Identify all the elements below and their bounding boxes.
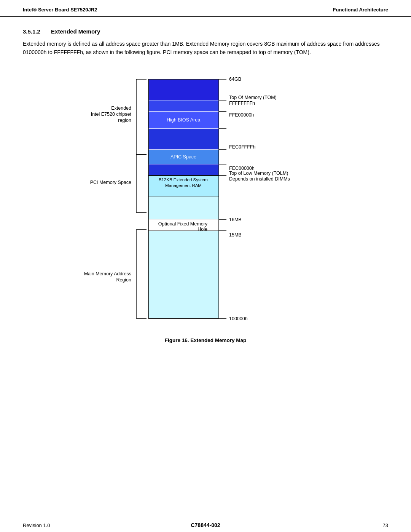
svg-rect-9 xyxy=(148,79,219,100)
svg-text:Hole: Hole xyxy=(198,227,207,232)
diagram-container: High BIOS Area APIC Space xyxy=(23,68,388,331)
svg-text:Region: Region xyxy=(116,277,131,283)
svg-text:15MB: 15MB xyxy=(229,232,242,238)
svg-rect-15 xyxy=(148,129,219,150)
figure-caption: Figure 16. Extended Memory Map xyxy=(23,337,388,343)
page-footer: Revision 1.0 C78844-002 73 xyxy=(0,518,411,532)
page-header: Intel® Server Board SE7520JR2 Functional… xyxy=(0,0,411,17)
section-number: 3.5.1.2 xyxy=(23,28,40,35)
page: Intel® Server Board SE7520JR2 Functional… xyxy=(0,0,411,532)
svg-text:Top Of Memory (TOM): Top Of Memory (TOM) xyxy=(229,95,277,100)
svg-rect-31 xyxy=(148,231,219,318)
svg-text:Depends on installed DIMMs: Depends on installed DIMMs xyxy=(229,176,290,182)
svg-text:64GB: 64GB xyxy=(229,77,241,82)
svg-text:FFE00000h: FFE00000h xyxy=(229,112,254,118)
footer-page-number: 73 xyxy=(358,522,388,528)
header-left: Intel® Server Board SE7520JR2 xyxy=(23,7,97,13)
footer-revision: Revision 1.0 xyxy=(23,522,53,528)
svg-text:FEC0FFFFh: FEC0FFFFh xyxy=(229,144,255,150)
svg-text:High BIOS Area: High BIOS Area xyxy=(167,117,200,123)
svg-text:APIC Space: APIC Space xyxy=(170,154,196,160)
memory-map-diagram: High BIOS Area APIC Space xyxy=(72,68,339,331)
svg-text:PCI Memory Space: PCI Memory Space xyxy=(90,180,131,185)
svg-text:512KB Extended System: 512KB Extended System xyxy=(159,177,208,182)
header-right: Functional Architecture xyxy=(333,7,388,13)
svg-text:region: region xyxy=(118,118,131,123)
svg-text:Optional Fixed Memory: Optional Fixed Memory xyxy=(158,221,208,227)
section-title: 3.5.1.2 Extended Memory xyxy=(23,28,388,35)
svg-text:Management RAM: Management RAM xyxy=(165,183,202,188)
svg-text:Extended: Extended xyxy=(111,105,131,111)
svg-text:100000h: 100000h xyxy=(229,316,248,321)
svg-text:Top of Low Memory (TOLM): Top of Low Memory (TOLM) xyxy=(229,171,288,176)
svg-rect-20 xyxy=(148,164,219,176)
section-heading: Extended Memory xyxy=(51,28,100,35)
svg-rect-27 xyxy=(148,197,219,219)
svg-text:Intel E7520 chipset: Intel E7520 chipset xyxy=(91,112,132,117)
memory-map-svg: High BIOS Area APIC Space xyxy=(72,68,339,332)
svg-text:FFFFFFFFh: FFFFFFFFh xyxy=(229,101,255,106)
svg-rect-10 xyxy=(148,100,219,112)
main-content: 3.5.1.2 Extended Memory Extended memory … xyxy=(0,17,411,518)
svg-text:FEC00000h: FEC00000h xyxy=(229,166,255,171)
svg-text:Main Memory Address: Main Memory Address xyxy=(84,271,131,276)
body-text: Extended memory is defined as all addres… xyxy=(23,40,388,56)
footer-part-number: C78844-002 xyxy=(53,522,358,528)
svg-text:16MB: 16MB xyxy=(229,217,242,222)
